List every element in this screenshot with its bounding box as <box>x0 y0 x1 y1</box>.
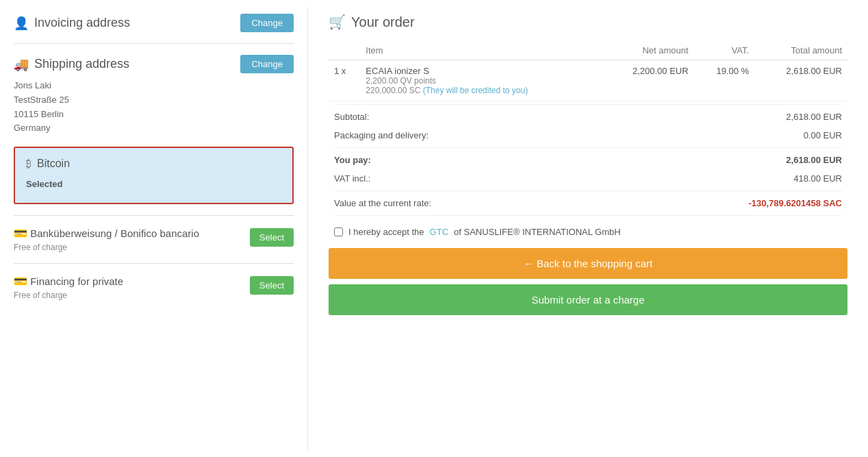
gtc-checkbox[interactable] <box>334 227 343 236</box>
financing-title: 💳 Financing for private <box>14 275 123 288</box>
submit-order-button[interactable]: Submit order at a charge <box>329 284 847 315</box>
credit-card-icon-2: 💳 <box>14 275 27 287</box>
you-pay-value: 2,618.00 EUR <box>786 155 842 165</box>
summary-divider-2 <box>334 147 842 148</box>
table-header-row: Item Net amount VAT. Total amount <box>329 41 847 60</box>
row-item: ECAIA ionizer S 2,200.00 QV points 220,0… <box>360 60 600 101</box>
col-item: Item <box>360 41 600 60</box>
row-total: 2,618.00 EUR <box>754 60 847 101</box>
invoicing-change-button[interactable]: Change <box>240 14 294 32</box>
you-pay-label: You pay: <box>334 155 371 165</box>
shipping-title: 🚚 Shipping address <box>14 57 129 72</box>
subtotal-row: Subtotal: 2,618.00 EUR <box>329 108 847 126</box>
bank-select-button[interactable]: Select <box>250 228 294 247</box>
col-net: Net amount <box>601 41 694 60</box>
subtotal-label: Subtotal: <box>334 112 369 122</box>
item-name: ECAIA ionizer S <box>366 66 595 76</box>
delivery-value: 0.00 EUR <box>804 130 842 140</box>
delivery-row: Packaging and delivery: 0.00 EUR <box>329 126 847 145</box>
delivery-label: Packaging and delivery: <box>334 130 429 140</box>
rate-value: -130,789.6201458 SAC <box>748 198 842 208</box>
bitcoin-selected-label: Selected <box>26 179 62 189</box>
gtc-checkbox-area: I hereby accept the GTC of SANUSLIFE® IN… <box>334 227 842 237</box>
rate-label: Value at the current rate: <box>334 198 431 208</box>
row-vat: 19.00 % <box>694 60 755 101</box>
right-panel: 🛒 Your order Item Net amount VAT. Total … <box>308 7 868 450</box>
person-icon: 👤 <box>14 16 29 31</box>
order-header: 🛒 Your order <box>329 14 847 30</box>
item-sc: 220,000.00 SC (They will be credited to … <box>366 86 595 95</box>
invoicing-header: 👤 Invoicing address Change <box>14 14 294 32</box>
col-vat: VAT. <box>694 41 755 60</box>
shipping-header: 🚚 Shipping address Change <box>14 55 294 73</box>
row-qty: 1 x <box>329 60 360 101</box>
financing-select-button[interactable]: Select <box>250 276 294 295</box>
bitcoin-icon: ₿ <box>26 158 31 170</box>
item-sc-note: (They will be credited to you) <box>423 86 528 95</box>
financing-sub: Free of charge <box>14 291 123 300</box>
invoicing-title: 👤 Invoicing address <box>14 16 130 31</box>
bitcoin-selected-box: ₿ Bitcoin Selected <box>14 147 294 204</box>
vat-value: 418.00 EUR <box>793 173 842 184</box>
you-pay-row: You pay: 2,618.00 EUR <box>329 151 847 169</box>
divider-2 <box>14 215 294 216</box>
summary-divider-3 <box>334 190 842 191</box>
left-panel: 👤 Invoicing address Change 🚚 Shipping ad… <box>0 7 308 450</box>
shipping-address: Jons Laki TestStraße 25 10115 Berlin Ger… <box>14 79 294 136</box>
row-net: 2,200.00 EUR <box>601 60 694 101</box>
rate-row: Value at the current rate: -130,789.6201… <box>329 194 847 212</box>
cart-icon: 🛒 <box>329 14 346 30</box>
col-qty <box>329 41 360 60</box>
summary-divider-4 <box>334 215 842 216</box>
gtc-link[interactable]: GTC <box>430 227 448 237</box>
col-total: Total amount <box>754 41 847 60</box>
financing-option: 💳 Financing for private Free of charge S… <box>14 275 294 300</box>
bank-title: 💳 Banküberweisung / Bonifico bancario <box>14 227 199 240</box>
credit-card-icon-1: 💳 <box>14 227 27 239</box>
divider-3 <box>14 263 294 264</box>
divider-1 <box>14 43 294 44</box>
truck-icon: 🚚 <box>14 57 29 72</box>
order-table: Item Net amount VAT. Total amount 1 x EC… <box>329 41 847 101</box>
bank-option: 💳 Banküberweisung / Bonifico bancario Fr… <box>14 227 294 252</box>
shipping-change-button[interactable]: Change <box>240 55 294 73</box>
vat-label: VAT incl.: <box>334 173 370 184</box>
back-to-cart-button[interactable]: ← Back to the shopping cart <box>329 248 847 279</box>
item-qv: 2,200.00 QV points <box>366 76 595 86</box>
bitcoin-title: ₿ Bitcoin <box>26 158 281 170</box>
gtc-text-after: of SANUSLIFE® INTERNATIONAL GmbH <box>454 227 621 237</box>
vat-row: VAT incl.: 418.00 EUR <box>329 169 847 188</box>
gtc-text-before: I hereby accept the <box>348 227 424 237</box>
subtotal-value: 2,618.00 EUR <box>786 112 842 122</box>
summary-divider-1 <box>334 104 842 105</box>
table-row: 1 x ECAIA ionizer S 2,200.00 QV points 2… <box>329 60 847 101</box>
bank-sub: Free of charge <box>14 243 199 252</box>
